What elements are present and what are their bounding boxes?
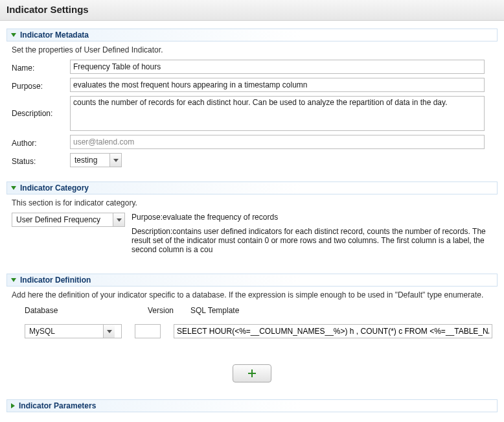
- col-header-database: Database: [25, 306, 135, 315]
- chevron-down-icon: [103, 325, 115, 338]
- definition-row: MySQL: [12, 324, 492, 338]
- section-body-definition: Add here the definition of your indicato…: [0, 289, 504, 397]
- section-title-category: Indicator Category: [20, 183, 89, 193]
- database-value: MySQL: [25, 325, 103, 338]
- chevron-down-icon: [113, 213, 124, 226]
- col-header-version: Version: [148, 306, 178, 315]
- label-name: Name:: [12, 62, 70, 73]
- category-purpose-label: Purpose:: [132, 213, 163, 222]
- category-value: User Defined Frequency: [12, 213, 113, 226]
- category-description-text: contains user defined indicators for eac…: [132, 227, 486, 254]
- metadata-hint: Set the properties of User Defined Indic…: [12, 45, 492, 54]
- plus-icon: [248, 369, 256, 377]
- category-details: Purpose:evaluate the frequency of record…: [132, 213, 492, 259]
- col-header-sql: SQL Template: [190, 306, 492, 315]
- purpose-input[interactable]: [70, 78, 485, 92]
- version-input[interactable]: [135, 324, 161, 338]
- author-input: [70, 135, 485, 149]
- chevron-down-icon: [11, 33, 16, 37]
- chevron-down-icon: [11, 278, 16, 282]
- category-hint: This section is for indicator category.: [12, 198, 492, 207]
- description-input[interactable]: [70, 96, 485, 131]
- chevron-down-icon: [11, 186, 16, 190]
- section-header-category[interactable]: Indicator Category: [6, 182, 498, 194]
- definition-column-headers: Database Version SQL Template: [12, 306, 492, 315]
- section-title-definition: Indicator Definition: [20, 275, 91, 285]
- chevron-right-icon: [11, 403, 15, 408]
- category-purpose-text: evaluate the frequency of records: [163, 213, 278, 222]
- status-select[interactable]: testing: [70, 153, 122, 167]
- category-select[interactable]: User Defined Frequency: [12, 213, 125, 227]
- section-header-definition[interactable]: Indicator Definition: [6, 274, 498, 287]
- name-input[interactable]: [70, 60, 485, 74]
- section-title-metadata: Indicator Metadata: [20, 30, 89, 40]
- section-body-metadata: Set the properties of User Defined Indic…: [0, 44, 504, 179]
- add-definition-button[interactable]: [233, 364, 271, 382]
- status-value: testing: [71, 154, 109, 167]
- label-purpose: Purpose:: [12, 80, 70, 91]
- definition-hint: Add here the definition of your indicato…: [12, 290, 492, 299]
- section-header-parameters[interactable]: Indicator Parameters: [6, 399, 498, 412]
- label-author: Author:: [12, 137, 70, 148]
- content-area: Indicator Metadata Set the properties of…: [0, 21, 504, 417]
- page-title: Indicator Settings: [0, 0, 504, 21]
- section-header-metadata[interactable]: Indicator Metadata: [6, 29, 498, 41]
- section-title-parameters: Indicator Parameters: [19, 401, 96, 410]
- database-select[interactable]: MySQL: [25, 324, 122, 338]
- section-body-category: This section is for indicator category. …: [0, 197, 504, 271]
- category-description-label: Description:: [132, 227, 172, 236]
- label-status: Status:: [12, 155, 70, 166]
- chevron-down-icon: [109, 154, 121, 167]
- label-description: Description:: [12, 96, 70, 118]
- sql-template-input[interactable]: [174, 324, 492, 338]
